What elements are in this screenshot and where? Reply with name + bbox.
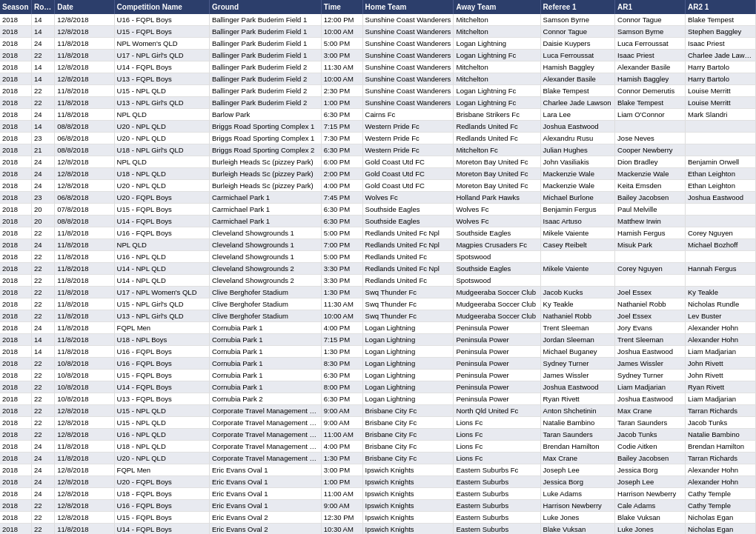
table-row: 20182007/8/2018U15 - FQPL BoysCarmichael… (0, 204, 756, 216)
table-cell: 22 (31, 500, 54, 512)
table-row: 20182211/8/2018U17 - NPL Girl's QLDBalli… (0, 50, 756, 61)
table-cell: Sunshine Coast Wanderers (362, 26, 454, 38)
table-body: 20181412/8/2018U16 - FQPL BoysBallinger … (0, 14, 756, 534)
table-cell: 14 (31, 73, 54, 85)
table-cell: U14 - NPL QLD (114, 263, 209, 275)
table-row: 20182411/8/2018NPL Women's QLDBallinger … (0, 38, 756, 50)
table-cell: 22 (31, 85, 54, 97)
table-row: 20182211/8/2018U14 - NPL QLDCleveland Sh… (0, 263, 756, 275)
table-cell: U16 - FQPL Boys (114, 346, 209, 358)
table-cell (686, 144, 756, 156)
table-cell: 2018 (0, 251, 31, 263)
table-cell: 22 (31, 512, 54, 524)
table-cell: Cairns Fc (362, 109, 454, 121)
column-header-ar1[interactable]: AR1 (615, 0, 686, 14)
table-cell: 2018 (0, 524, 31, 535)
table-cell: 7:45 PM (321, 192, 362, 204)
table-cell: Sydney Turner (615, 370, 686, 381)
column-header-competition-name[interactable]: Competition Name (114, 0, 209, 14)
table-cell: 3:00 PM (321, 464, 362, 476)
table-cell: Eric Evans Oval 1 (209, 500, 321, 512)
table-row: 20182412/8/2018NPL QLDBurleigh Heads Sc … (0, 156, 756, 168)
table-cell: Isaac Priest (615, 50, 686, 61)
column-header-season[interactable]: Season (0, 0, 31, 14)
table-cell: U15 - NPL Girl's QLD (114, 298, 209, 310)
table-cell: Ipswich Knights (362, 524, 454, 535)
table-cell: U15 - NPL QLD (114, 417, 209, 429)
table-cell: 2018 (0, 287, 31, 298)
table-cell: Western Pride Fc (362, 144, 454, 156)
column-header-ar2-1[interactable]: AR2 1 (686, 0, 756, 14)
column-header-ground[interactable]: Ground (209, 0, 321, 14)
table-cell: Samson Byrne (615, 26, 686, 38)
table-cell: Jacob Tunks (615, 429, 686, 441)
table-cell: 24 (31, 180, 54, 192)
table-cell: Eastern Suburbs (454, 476, 540, 488)
table-cell: U15 - FQPL Boys (114, 204, 209, 216)
table-cell: Ipswich Knights (362, 488, 454, 500)
table-cell: Joel Essex (615, 310, 686, 322)
table-row: 20182212/8/2018U15 - NPL QLDCorporate Tr… (0, 417, 756, 429)
table-cell: Alexander Hohn (686, 476, 756, 488)
table-cell: Barlow Park (209, 109, 321, 121)
table-cell: Wolves Fc (454, 204, 540, 216)
column-header-round[interactable]: Round (31, 0, 54, 14)
table-cell: Misuk Park (615, 239, 686, 251)
table-cell: 12/8/2018 (55, 512, 114, 524)
table-cell: Cornubia Park 2 (209, 393, 321, 405)
table-cell: Spotswood (454, 275, 540, 287)
table-cell: Magpies Crusaders Fc (454, 239, 540, 251)
table-cell: Blake Tempest (686, 14, 756, 26)
table-cell: Logan Lightning (362, 346, 454, 358)
table-cell (615, 121, 686, 133)
column-header-time[interactable]: Time (321, 0, 362, 14)
table-cell: Max Crane (615, 405, 686, 417)
table-cell: Redlands United Fc Npl (362, 227, 454, 239)
table-cell: U16 - FQPL Boys (114, 227, 209, 239)
table-cell: 12/8/2018 (55, 61, 114, 73)
column-header-date[interactable]: Date (55, 0, 114, 14)
table-cell: 11/8/2018 (55, 275, 114, 287)
table-cell (540, 275, 614, 287)
table-cell: Peninsula Power (454, 381, 540, 393)
table-cell: 24 (31, 453, 54, 464)
table-cell: 2018 (0, 50, 31, 61)
table-cell: James Wissler (615, 358, 686, 370)
table-cell: 08/8/2018 (55, 216, 114, 227)
table-cell: 2018 (0, 453, 31, 464)
table-cell: 06/8/2018 (55, 192, 114, 204)
column-header-referee-1[interactable]: Referee 1 (540, 0, 614, 14)
table-cell: Bailey Jacobsen (615, 453, 686, 464)
table-cell: 24 (31, 464, 54, 476)
table-cell: Joshua Eastwood (615, 346, 686, 358)
column-header-away-team[interactable]: Away Team (454, 0, 540, 14)
table-cell: Eric Evans Oval 2 (209, 524, 321, 535)
table-cell: Charlee Jade Lawson (540, 97, 614, 109)
table-cell: 2:30 PM (321, 85, 362, 97)
table-cell: 2:00 PM (321, 168, 362, 180)
table-cell: Luca Ferroussat (540, 50, 614, 61)
table-cell: Clive Berghofer Stadium (209, 287, 321, 298)
table-cell: Sydney Turner (540, 358, 614, 370)
table-cell: 22 (31, 429, 54, 441)
table-cell: Charlee Jade Lawson (686, 50, 756, 61)
table-cell: Bailey Jacobsen (615, 192, 686, 204)
table-cell: 11/8/2018 (55, 251, 114, 263)
table-cell: Sunshine Coast Wanderers (362, 73, 454, 85)
table-cell: 1:30 PM (321, 287, 362, 298)
table-row: 20182411/8/2018U18 - NPL QLDCorporate Tr… (0, 441, 756, 453)
table-row: 20182008/8/2018U14 - FQPL BoysCarmichael… (0, 216, 756, 227)
table-cell: 11/8/2018 (55, 298, 114, 310)
table-cell: U15 - FQPL Boys (114, 26, 209, 38)
table-cell: 2018 (0, 346, 31, 358)
table-cell: U13 - NPL Girl's QLD (114, 310, 209, 322)
column-header-home-team[interactable]: Home Team (362, 0, 454, 14)
table-cell: Joseph Lee (540, 464, 614, 476)
table-row: 20182412/8/2018U18 - FQPL BoysEric Evans… (0, 488, 756, 500)
table-row: 20181412/8/2018U14 - FQPL BoysBallinger … (0, 61, 756, 73)
table-cell: 12:30 PM (321, 512, 362, 524)
table-cell: 11/8/2018 (55, 310, 114, 322)
table-row: 20182210/8/2018U15 - FQPL BoysCornubia P… (0, 370, 756, 381)
table-cell: Cleveland Showgrounds 1 (209, 239, 321, 251)
table-cell: Mackenzie Wale (615, 168, 686, 180)
